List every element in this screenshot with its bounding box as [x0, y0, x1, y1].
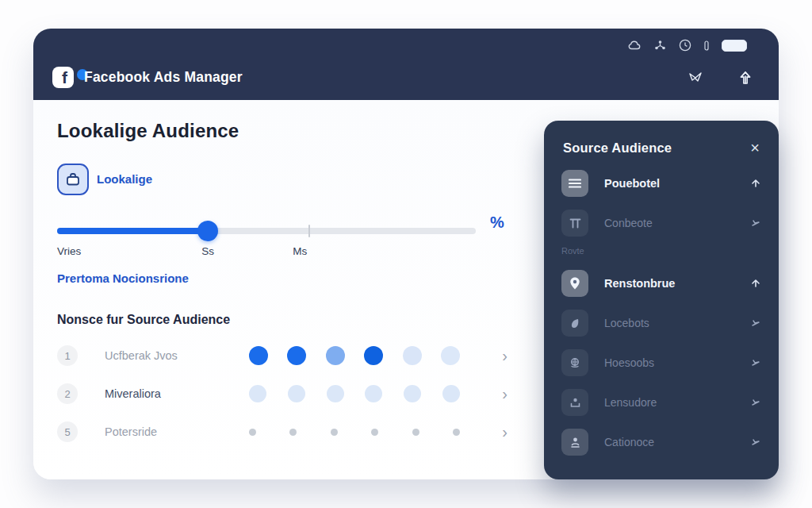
- rating-dot: [442, 385, 460, 402]
- panel-item-label: Renstonbrue: [604, 277, 675, 290]
- user-icon: [561, 429, 588, 456]
- rating-dot: [364, 346, 383, 365]
- table-row[interactable]: 1 Ucfberak Jvos ›: [57, 337, 509, 375]
- panel-item-renstonbrue[interactable]: Renstonbrue: [561, 264, 761, 303]
- rating-dot: [404, 385, 421, 402]
- panel-item-label: Cationoce: [604, 436, 654, 448]
- arrow-right-icon[interactable]: [750, 398, 761, 407]
- lookalike-type-tile[interactable]: [57, 164, 89, 195]
- facebook-logo: f: [52, 67, 74, 88]
- rating-dot: [365, 385, 382, 402]
- row-number-badge: 1: [57, 345, 78, 366]
- rating-dot: [453, 429, 460, 436]
- panel-item-hoesoobs[interactable]: Hoesoobs: [561, 343, 761, 383]
- panel-item-label: Lensudore: [604, 396, 657, 409]
- arrow-up-icon[interactable]: [750, 278, 761, 289]
- menu-icon: [561, 170, 588, 197]
- system-status-icons: [628, 39, 747, 52]
- arrow-right-icon[interactable]: [750, 218, 761, 228]
- source-audience-panel: Source Audience × Pouebotel Conbeote: [544, 121, 779, 479]
- panel-item-lensudore[interactable]: Lensudore: [561, 383, 761, 422]
- panel-item-locebots[interactable]: Locebots: [561, 303, 761, 343]
- page-title: Lookalige Audience: [57, 120, 239, 142]
- rating-dot: [403, 346, 422, 365]
- rating-dot: [249, 346, 268, 365]
- chevron-right-icon[interactable]: ›: [502, 348, 509, 364]
- panel-item-label: Hoesoobs: [604, 356, 654, 369]
- chevron-right-icon[interactable]: ›: [502, 424, 509, 440]
- arrow-right-icon[interactable]: [750, 437, 761, 447]
- app-header: f Facebook Ads Manager: [52, 64, 755, 90]
- slider-fill: [57, 228, 208, 234]
- rating-dot: [287, 346, 306, 365]
- arrow-up-icon[interactable]: [750, 178, 761, 189]
- source-audience-rows: 1 Ucfberak Jvos › 2 Miveraliora: [57, 337, 509, 451]
- leaf-icon: [561, 310, 588, 337]
- rating-dot: [371, 429, 378, 436]
- screen: f Facebook Ads Manager Lookalige Audienc…: [0, 0, 812, 508]
- row-number-badge: 2: [57, 383, 78, 404]
- panel-item-pouebotel[interactable]: Pouebotel: [561, 164, 761, 203]
- briefcase-icon: [64, 171, 82, 187]
- text-columns-icon: [561, 210, 588, 237]
- row-label: Ucfberak Jvos: [105, 349, 239, 362]
- slider-label-min: Vries: [57, 245, 81, 257]
- lookalike-type-label: Lookalige: [97, 172, 152, 186]
- slider-thumb[interactable]: [197, 221, 218, 241]
- battery-icon: [722, 40, 747, 52]
- network-icon: [654, 40, 666, 51]
- battery-level-icon: [704, 40, 709, 51]
- rating-dot: [326, 346, 345, 365]
- section-title: Nonsce fur Source Audience: [57, 313, 230, 327]
- location-pin-icon: [561, 270, 588, 297]
- titlebar: f Facebook Ads Manager: [33, 29, 779, 100]
- globe-icon: [561, 349, 588, 376]
- facebook-logo-letter: f: [62, 69, 67, 86]
- panel-title: Source Audience: [563, 140, 672, 156]
- percent-symbol: %: [490, 214, 504, 232]
- options-link[interactable]: Prertoma Nocionsrione: [57, 271, 189, 285]
- panel-header: Source Audience ×: [544, 121, 779, 160]
- slider-label-current: Ss: [201, 245, 214, 257]
- slider-tick-mark: [308, 225, 310, 237]
- chevron-right-icon[interactable]: ›: [502, 386, 509, 402]
- rating-dot: [249, 385, 266, 402]
- row-label: Miveraliora: [105, 387, 239, 400]
- table-row[interactable]: 5 Potersride ›: [57, 413, 509, 451]
- rating-dot: [331, 429, 338, 436]
- rating-dot: [441, 346, 460, 365]
- audience-size-slider[interactable]: [57, 220, 476, 242]
- rating-dot: [249, 429, 256, 436]
- slider-labels: Vries Ss Ms: [57, 245, 476, 260]
- row-label: Potersride: [105, 425, 239, 438]
- arrow-right-icon[interactable]: [750, 358, 761, 368]
- cloud-icon: [628, 40, 642, 51]
- clock-icon: [679, 39, 691, 52]
- table-row[interactable]: 2 Miveraliora ›: [57, 375, 509, 413]
- slider-label-mid: Ms: [293, 245, 307, 257]
- close-icon[interactable]: ×: [750, 140, 760, 156]
- rating-dots: [249, 385, 460, 402]
- rating-dot: [327, 385, 344, 402]
- panel-items: Pouebotel Conbeote Rovte Rensto: [544, 160, 779, 462]
- rating-dot: [412, 429, 419, 436]
- panel-item-label: Pouebotel: [604, 177, 660, 190]
- rating-dots: [249, 346, 460, 365]
- rating-dot: [288, 385, 305, 402]
- send-cursor-icon[interactable]: [688, 71, 703, 83]
- rating-dots: [249, 429, 460, 436]
- upload-icon[interactable]: [736, 67, 755, 87]
- panel-item-label: Conbeote: [604, 217, 653, 229]
- panel-item-conbeote[interactable]: Conbeote: [561, 203, 761, 243]
- row-number-badge: 5: [57, 421, 78, 442]
- panel-item-caption: Rovte: [561, 243, 761, 264]
- rating-dot: [289, 429, 297, 436]
- upload-user-icon: [561, 389, 588, 416]
- arrow-right-icon[interactable]: [750, 318, 761, 328]
- app-title: Facebook Ads Manager: [84, 69, 243, 86]
- panel-item-cationoce[interactable]: Cationoce: [561, 422, 761, 462]
- panel-item-label: Locebots: [604, 317, 649, 329]
